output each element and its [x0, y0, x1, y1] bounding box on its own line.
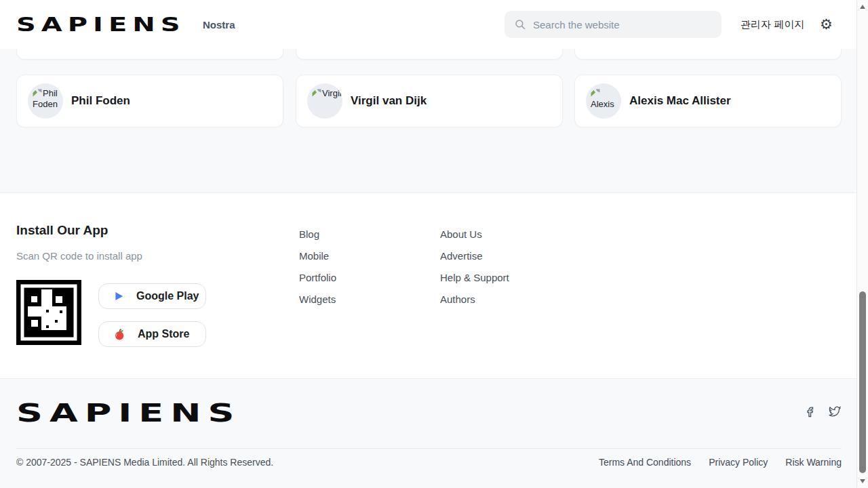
- terms-link[interactable]: Terms And Conditions: [599, 457, 691, 468]
- footer-logo-text: SAPIENS: [16, 398, 241, 428]
- google-play-label: Google Play: [136, 290, 199, 302]
- app-store-button[interactable]: App Store: [98, 321, 206, 347]
- admin-page-link[interactable]: 관리자 페이지: [741, 0, 804, 49]
- player-name: Phil Foden: [71, 94, 130, 108]
- twitter-icon[interactable]: [827, 405, 842, 418]
- player-card[interactable]: Alexis Alexis Mac Allister: [574, 75, 842, 127]
- footer-links-column-1: Blog Mobile Portfolio Widgets: [299, 228, 336, 315]
- footer-link-portfolio[interactable]: Portfolio: [299, 272, 336, 283]
- player-name: Virgil van Dijk: [351, 94, 427, 108]
- broken-image-icon: [591, 89, 600, 97]
- scrollbar-thumb[interactable]: [859, 291, 866, 473]
- search-icon: [514, 18, 526, 30]
- install-app-title: Install Our App: [16, 223, 108, 238]
- avatar: Virgil: [307, 83, 342, 119]
- footer-link-widgets[interactable]: Widgets: [299, 293, 336, 305]
- qr-code-image: [16, 280, 81, 345]
- google-play-button[interactable]: Google Play: [98, 283, 206, 309]
- footer-links-column-2: About Us Advertise Help & Support Author…: [440, 228, 509, 315]
- install-app-subtitle: Scan QR code to install app: [16, 250, 142, 262]
- header-logo-text: SAPIENS: [16, 13, 186, 35]
- scrollbar[interactable]: [856, 0, 868, 488]
- site-name[interactable]: Nostra: [203, 0, 235, 49]
- broken-image-icon: [33, 89, 42, 97]
- scrollbar-up-arrow[interactable]: [860, 5, 865, 9]
- footer-link-help-support[interactable]: Help & Support: [440, 272, 509, 283]
- social-links: [804, 405, 842, 418]
- header-logo[interactable]: SAPIENS: [16, 0, 186, 49]
- footer-link-blog[interactable]: Blog: [299, 228, 319, 240]
- app-store-label: App Store: [138, 328, 189, 340]
- apple-icon: [114, 329, 125, 340]
- scrollbar-down-arrow[interactable]: [860, 479, 865, 483]
- gear-icon[interactable]: ⚙: [820, 0, 833, 49]
- page: Phil Foden Phil Foden Virgil Virgil van …: [0, 0, 868, 488]
- play-triangle-icon: [114, 291, 124, 302]
- avatar: Phil Foden: [28, 83, 63, 119]
- header: SAPIENS Nostra 관리자 페이지 ⚙: [0, 0, 856, 49]
- player-name: Alexis Mac Allister: [629, 94, 731, 108]
- privacy-policy-link[interactable]: Privacy Policy: [709, 457, 768, 468]
- footer-link-about-us[interactable]: About Us: [440, 228, 482, 240]
- qr-code: [16, 280, 81, 345]
- avatar-alt-text: Virgil: [322, 88, 342, 98]
- card-partial[interactable]: [16, 49, 283, 60]
- footer-link-advertise[interactable]: Advertise: [440, 250, 483, 262]
- card-partial[interactable]: [296, 49, 563, 60]
- avatar: Alexis: [586, 83, 621, 119]
- avatar-alt-text: Alexis: [591, 99, 614, 109]
- player-card[interactable]: Phil Foden Phil Foden: [16, 75, 283, 127]
- search-bar[interactable]: [505, 11, 722, 38]
- search-input[interactable]: [533, 19, 712, 30]
- footer-main: Install Our App Scan QR code to install …: [0, 192, 856, 378]
- footer-link-mobile[interactable]: Mobile: [299, 250, 329, 262]
- footer-link-authors[interactable]: Authors: [440, 293, 475, 305]
- legal-links: Terms And Conditions Privacy Policy Risk…: [599, 457, 842, 468]
- footer-divider: [16, 448, 842, 449]
- risk-warning-link[interactable]: Risk Warning: [785, 457, 842, 468]
- card-partial[interactable]: [574, 49, 842, 60]
- footer-bottom: SAPIENS © 2007-2025 - SAPIENS Media Limi…: [0, 378, 856, 488]
- copyright-text: © 2007-2025 - SAPIENS Media Limited. All…: [16, 457, 273, 468]
- facebook-icon[interactable]: [804, 405, 818, 418]
- footer-logo[interactable]: SAPIENS: [16, 394, 241, 432]
- player-card[interactable]: Virgil Virgil van Dijk: [296, 75, 563, 127]
- broken-image-icon: [312, 89, 321, 97]
